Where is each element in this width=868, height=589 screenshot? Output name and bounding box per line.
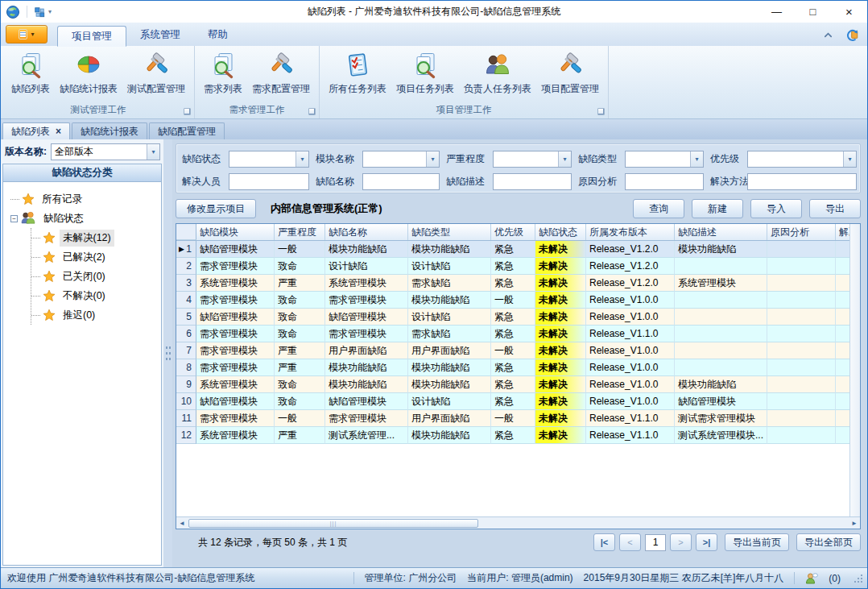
modify-columns-button[interactable]: 修改显示项目 (176, 199, 256, 218)
filter-input-r2-2[interactable] (493, 173, 572, 190)
ribbon-button-1-0[interactable]: 需求列表 (199, 48, 247, 96)
ribbon-button-1-1[interactable]: 需求配置管理 (247, 48, 315, 96)
filter-combo-r1-4[interactable]: ▾ (747, 151, 857, 168)
grid-cell: 致命 (275, 309, 325, 326)
tree-node-1-4[interactable]: 推迟(0) (31, 305, 158, 325)
action-button-0[interactable]: 查询 (633, 199, 684, 218)
filter-label: 原因分析 (578, 175, 625, 189)
dropdown-arrow-icon[interactable]: ▾ (48, 8, 52, 15)
table-row[interactable]: 9系统管理模块致命模块功能缺陷模块功能缺陷紧急未解决Release_V1.0.0… (176, 376, 849, 393)
chevron-down-icon[interactable]: ▾ (296, 151, 308, 167)
maximize-button[interactable]: □ (795, 2, 831, 23)
table-row[interactable]: 10缺陷管理模块致命缺陷管理模块设计缺陷紧急未解决Release_V1.0.0缺… (176, 393, 849, 410)
grid-column-header-5[interactable]: 缺陷状态 (535, 224, 586, 240)
grid-column-header-7[interactable]: 缺陷描述 (675, 224, 767, 240)
filter-combo-r1-2[interactable]: ▾ (493, 151, 572, 168)
dialog-launcher-icon[interactable] (184, 108, 191, 115)
collapse-ribbon-icon[interactable] (823, 30, 833, 40)
ribbon-group-1: 需求列表需求配置管理需求管理工作 (195, 46, 320, 118)
ribbon-button-0-2[interactable]: 测试配置管理 (122, 48, 190, 96)
table-row[interactable]: 2需求管理模块致命设计缺陷设计缺陷紧急未解决Release_V1.2.0 (176, 258, 849, 275)
export-current-page-button[interactable]: 导出当前页 (725, 533, 789, 551)
ribbon-button-0-1[interactable]: 缺陷统计报表 (55, 48, 122, 96)
ribbon-tab-2[interactable]: 帮助 (194, 25, 242, 46)
filter-combo-r1-0[interactable]: ▾ (229, 151, 309, 168)
tree-node-1-2[interactable]: 已关闭(0) (31, 267, 158, 286)
ribbon-tab-1[interactable]: 系统管理 (126, 25, 194, 46)
grid-column-header-1[interactable]: 严重程度 (275, 224, 325, 240)
filter-input-r2-1[interactable] (362, 173, 440, 190)
panel-splitter[interactable] (163, 139, 172, 567)
ribbon-button-2-1[interactable]: 项目任务列表 (391, 48, 459, 96)
table-row[interactable]: 11需求管理模块一般需求管理模块用户界面缺陷一般未解决Release_V1.1.… (176, 410, 849, 427)
ribbon-button-2-0[interactable]: 所有任务列表 (324, 48, 391, 96)
chevron-down-icon[interactable]: ▾ (147, 144, 159, 160)
table-row[interactable]: ▶1缺陷管理模块一般模块功能缺陷模块功能缺陷紧急未解决Release_V1.2.… (176, 241, 849, 258)
help-icon[interactable] (846, 28, 859, 41)
grid-column-header-2[interactable]: 缺陷名称 (325, 224, 408, 240)
grid-column-header-0[interactable]: 缺陷模块 (196, 224, 275, 240)
chevron-down-icon[interactable]: ▾ (558, 151, 571, 167)
chevron-down-icon[interactable]: ▾ (843, 151, 856, 167)
filter-combo-r1-1[interactable]: ▾ (362, 151, 440, 168)
ribbon-tab-0[interactable]: 项目管理 (57, 26, 126, 47)
action-button-3[interactable]: 导出 (809, 199, 861, 218)
filter-combo-r1-3[interactable]: ▾ (625, 151, 704, 168)
tree-node-0[interactable]: 所有记录 (10, 189, 158, 209)
ribbon-button-2-2[interactable]: 负责人任务列表 (459, 48, 536, 96)
table-row[interactable]: 4需求管理模块致命需求管理模块模块功能缺陷一般未解决Release_V1.0.0 (176, 292, 849, 309)
filter-input-r2-3[interactable] (625, 173, 704, 190)
grid-cell: 需求管理模块 (196, 258, 275, 275)
tree-node-1[interactable]: −缺陷状态 (10, 209, 158, 228)
tree-node-1-3[interactable]: 不解决(0) (31, 286, 158, 305)
grid-column-header-9[interactable]: 解决方法 (836, 224, 849, 240)
action-button-1[interactable]: 新建 (692, 199, 743, 218)
doc-tab-2[interactable]: 缺陷配置管理 (149, 122, 225, 139)
vertical-scrollbar[interactable] (849, 224, 860, 516)
application-menu-button[interactable]: ▾ (6, 25, 48, 44)
doc-tab-1[interactable]: 缺陷统计报表 (72, 122, 147, 139)
action-button-2[interactable]: 导入 (750, 199, 802, 218)
scroll-left-icon[interactable]: ◄ (176, 520, 188, 527)
table-row[interactable]: 8需求管理模块严重模块功能缺陷模块功能缺陷紧急未解决Release_V1.0.0 (176, 359, 849, 376)
window-list-icon[interactable] (34, 6, 45, 18)
dialog-launcher-icon[interactable] (308, 108, 316, 115)
page-number-input[interactable] (645, 534, 666, 551)
dialog-launcher-icon[interactable] (597, 108, 605, 115)
horizontal-scrollbar[interactable]: ◄ ||| ► (176, 516, 860, 529)
version-combo[interactable]: 全部版本 ▾ (51, 143, 160, 160)
scroll-right-icon[interactable]: ► (849, 520, 860, 527)
online-users-icon[interactable] (805, 572, 818, 585)
doc-tab-0[interactable]: 缺陷列表× (2, 122, 70, 139)
scrollbar-thumb[interactable]: ||| (188, 519, 478, 528)
pager-last-button[interactable]: >| (696, 533, 717, 551)
pager-first-button[interactable]: |< (593, 533, 615, 551)
export-all-pages-button[interactable]: 导出全部页 (796, 533, 861, 551)
ribbon-button-label: 项目配置管理 (541, 82, 599, 96)
filter-input-r2-4[interactable] (747, 173, 857, 190)
pager-next-button[interactable]: > (670, 533, 692, 551)
tree-expander-icon[interactable]: − (10, 215, 18, 222)
chevron-down-icon[interactable]: ▾ (426, 151, 439, 167)
table-row[interactable]: 3系统管理模块严重系统管理模块需求缺陷紧急未解决Release_V1.2.0系统… (176, 275, 849, 292)
table-row[interactable]: 5缺陷管理模块致命缺陷管理模块设计缺陷紧急未解决Release_V1.0.0 (176, 309, 849, 326)
grid-column-header-8[interactable]: 原因分析 (767, 224, 836, 240)
tree-node-1-1[interactable]: 已解决(2) (31, 247, 158, 267)
grid-column-header-3[interactable]: 缺陷类型 (408, 224, 491, 240)
pager-prev-button[interactable]: < (619, 533, 641, 551)
chevron-down-icon[interactable]: ▾ (690, 151, 703, 167)
grid-cell: 紧急 (491, 275, 535, 292)
minimize-button[interactable]: — (758, 2, 795, 23)
resize-grip[interactable] (853, 573, 863, 583)
tree-node-1-0[interactable]: 未解决(12) (31, 228, 158, 247)
grid-column-header-4[interactable]: 优先级 (491, 224, 535, 240)
table-row[interactable]: 7需求管理模块严重用户界面缺陷用户界面缺陷一般未解决Release_V1.0.0 (176, 342, 849, 359)
grid-column-header-6[interactable]: 所属发布版本 (586, 224, 675, 240)
ribbon-button-2-3[interactable]: 项目配置管理 (536, 48, 604, 96)
ribbon-button-0-0[interactable]: 缺陷列表 (6, 48, 55, 96)
filter-input-r2-0[interactable] (229, 173, 309, 190)
close-button[interactable]: × (831, 2, 867, 23)
table-row[interactable]: 6需求管理模块致命需求管理模块需求缺陷紧急未解决Release_V1.1.0 (176, 326, 849, 342)
close-tab-icon[interactable]: × (56, 127, 61, 136)
table-row[interactable]: 12系统管理模块严重测试系统管理...模块功能缺陷紧急未解决Release_V1… (176, 427, 849, 444)
